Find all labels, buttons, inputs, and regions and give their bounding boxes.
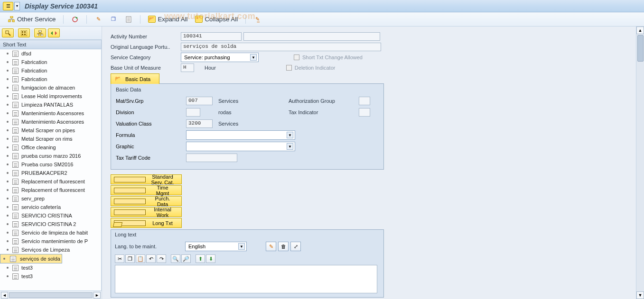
graphic-label: Graphic: [116, 144, 186, 149]
tree-horizontal-scrollbar[interactable]: ◄ ►: [0, 290, 102, 299]
document-button[interactable]: [122, 15, 135, 24]
tree-item-label: serv_prep: [21, 196, 45, 201]
tree-item[interactable]: serv_prep: [0, 194, 101, 203]
layout-button[interactable]: [18, 28, 30, 37]
tree-item[interactable]: test3: [0, 263, 101, 272]
refresh-button[interactable]: [68, 15, 82, 24]
tree-item[interactable]: Fabrication: [0, 66, 101, 75]
copy-button[interactable]: ❐: [107, 15, 120, 24]
paste-button[interactable]: 📋: [136, 254, 145, 263]
tree-item[interactable]: test3: [0, 272, 101, 281]
tree-item[interactable]: Servicio mantenimiento de P: [0, 237, 101, 245]
lang-select[interactable]: English ▼: [185, 242, 247, 251]
document-icon: [12, 93, 19, 100]
tree-item[interactable]: Fabrication: [0, 75, 101, 83]
find-next-button[interactable]: 🔎: [181, 254, 191, 263]
redo-button[interactable]: ↷: [157, 254, 166, 263]
bullet-icon: [7, 155, 9, 157]
folder-long-txt[interactable]: Long Txt: [111, 218, 182, 228]
tree-item-label: dfsd: [21, 51, 31, 56]
tree-item[interactable]: Serviços de Limpeza: [0, 245, 101, 254]
find-button[interactable]: [2, 28, 14, 37]
edit-button[interactable]: ✎: [92, 15, 105, 24]
scroll-thumb[interactable]: [637, 35, 644, 62]
other-service-button[interactable]: Other Service: [5, 15, 58, 24]
tree-item[interactable]: Replacement of fluorescent: [0, 186, 101, 194]
original-language-field[interactable]: serviços de solda: [181, 43, 381, 51]
chevron-down-icon: ▼: [250, 54, 257, 61]
redo-icon: ↷: [159, 256, 164, 262]
pencil-icon: ✎: [94, 16, 102, 23]
folder-purch-data[interactable]: Purch. Data: [111, 196, 182, 206]
check-button[interactable]: ✎̲: [251, 15, 264, 24]
folder-internal-work[interactable]: Internal Work: [111, 207, 182, 217]
mat-srv-grp-field[interactable]: 007: [186, 97, 213, 105]
document-icon: [12, 204, 19, 210]
tree-item[interactable]: SERVICIO CRISTINA 2: [0, 220, 101, 228]
formula-select[interactable]: ▼: [186, 130, 295, 140]
bullet-icon: [7, 267, 9, 269]
tree-item[interactable]: Office cleaning: [0, 143, 101, 152]
tree-toolbar: [0, 27, 102, 40]
folder-time-mgmt[interactable]: Time Mgmt: [111, 185, 182, 195]
folder-standard-serv-cat[interactable]: Standard Serv. Cat.: [111, 174, 182, 184]
scroll-up-icon[interactable]: ▲: [636, 27, 644, 34]
tree-item[interactable]: Prueba curso SM2016: [0, 160, 101, 169]
app-menu-icon[interactable]: ☰: [3, 2, 13, 10]
tree-header[interactable]: Short Text: [0, 40, 102, 49]
delete-text-button[interactable]: 🗑: [278, 242, 289, 251]
document-icon: [12, 179, 19, 185]
tree-item[interactable]: Mantenimiento Ascensores: [0, 118, 101, 126]
division-field[interactable]: [186, 108, 200, 117]
bullet-icon: [7, 163, 9, 165]
tree-item[interactable]: Servicio de limpieza de habit: [0, 228, 101, 237]
tree-item[interactable]: PRUEBAKACPER2: [0, 169, 101, 177]
graphic-select[interactable]: ▼: [186, 142, 295, 151]
tree-item[interactable]: Mantenimiento Ascensores: [0, 109, 101, 118]
tree-item[interactable]: prueba curso marzo 2016: [0, 152, 101, 160]
long-text-textarea[interactable]: [115, 265, 377, 293]
tree-item[interactable]: Metal Scraper on rims: [0, 135, 101, 143]
basic-data-tab[interactable]: 📂 Basic Data: [111, 73, 159, 84]
scroll-track[interactable]: [9, 292, 93, 298]
scroll-left-icon[interactable]: ◄: [1, 292, 8, 299]
copy-button[interactable]: ❐: [125, 254, 135, 263]
tax-tariff-code-field[interactable]: [186, 154, 237, 162]
collapse-tree-button[interactable]: [48, 28, 60, 37]
expand-all-button[interactable]: 📂 Expand All: [145, 15, 190, 24]
save-local-button[interactable]: ⬇: [206, 254, 215, 263]
scroll-down-icon[interactable]: ▼: [636, 291, 644, 299]
authorization-group-field[interactable]: [359, 97, 370, 105]
long-text-title: Long text: [115, 232, 380, 237]
find-button[interactable]: 🔍: [171, 254, 180, 263]
tree-item[interactable]: Replacement of fluorescent: [0, 177, 101, 186]
tree-item-label: SERVICIO CRISTINA 2: [21, 221, 76, 227]
tree-item[interactable]: Metal Scraper on pipes: [0, 126, 101, 135]
fullscreen-text-button[interactable]: ⤢: [290, 242, 301, 251]
edit-text-button[interactable]: ✎: [266, 242, 276, 251]
tree-item[interactable]: fumigacion de almacen: [0, 83, 101, 92]
cut-button[interactable]: ✂: [115, 254, 124, 263]
base-uom-field[interactable]: H: [181, 63, 194, 72]
scroll-right-icon[interactable]: ►: [93, 292, 101, 299]
tree-item[interactable]: dfsd: [0, 49, 101, 58]
tree-item[interactable]: serviços de solda: [0, 254, 62, 263]
activity-number-field[interactable]: 100341: [181, 32, 242, 41]
expand-tree-button[interactable]: [34, 28, 46, 37]
undo-button[interactable]: ↶: [146, 254, 156, 263]
tree-item[interactable]: servicio cafetería: [0, 203, 101, 211]
valuation-class-field[interactable]: 3200: [186, 119, 213, 128]
vertical-scrollbar[interactable]: ▲ ▼: [636, 27, 644, 299]
service-category-select[interactable]: Service: purchasing ▼: [181, 53, 259, 62]
tree-item[interactable]: Lease Hold improvements: [0, 92, 101, 100]
tax-indicator-field[interactable]: [359, 108, 370, 117]
load-button[interactable]: ⬆: [196, 254, 205, 263]
document-icon: [12, 162, 19, 168]
collapse-all-button[interactable]: 📁 Collapse All: [192, 15, 241, 24]
tree-item[interactable]: SERVICIO CRISTINA: [0, 211, 101, 220]
tree-item[interactable]: Limpieza PANTALLAS: [0, 100, 101, 109]
tree-item[interactable]: Fabrication: [0, 58, 101, 66]
svg-rect-0: [10, 16, 13, 18]
activity-number-desc-field[interactable]: [243, 32, 380, 41]
app-menu-dropdown-icon[interactable]: ▾: [14, 2, 20, 10]
